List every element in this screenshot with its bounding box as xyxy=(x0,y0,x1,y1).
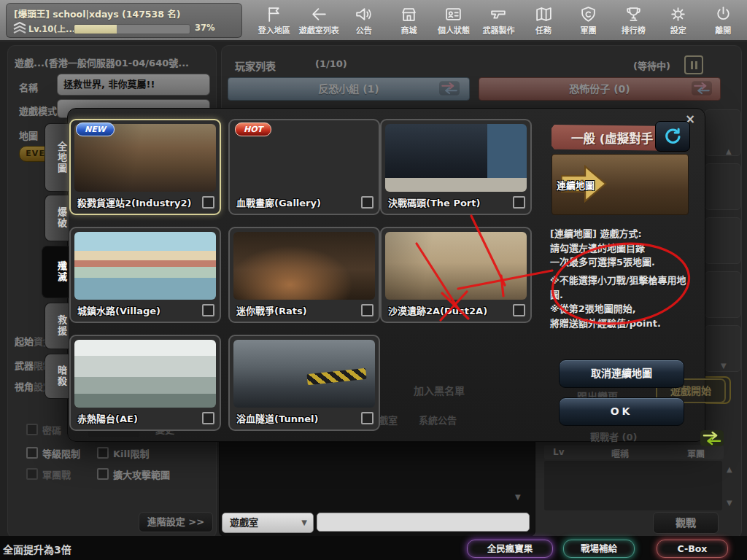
map-checkbox[interactable] xyxy=(513,304,525,316)
xp-progress-fill xyxy=(74,25,117,34)
map-thumbnail xyxy=(74,232,216,300)
refresh-icon xyxy=(663,127,682,146)
trophy-icon xyxy=(624,5,643,23)
rules-text-2: ※不能選擇小刀戰/狙擊槍專用地圖. ※從第2張地圖開始, 將贈送額外經驗值/po… xyxy=(550,273,692,330)
back-arrow-icon xyxy=(310,5,328,23)
nav-settings[interactable]: 設定 xyxy=(656,1,701,39)
clan-shield-icon xyxy=(579,5,597,23)
top-nav: 登入地區 遊戲室列表 公告 商城 個人狀態 武器製作 xyxy=(252,1,746,39)
map-name: 決戰碼頭(The Port) xyxy=(388,195,480,209)
map-name: 血戰畫廊(Gallery) xyxy=(236,195,321,209)
nav-shop[interactable]: 商城 xyxy=(387,1,432,39)
blacklist-button-ghost: 加入黑名單 xyxy=(414,383,465,397)
chevron-down-icon: ▼ xyxy=(301,513,307,532)
map-thumbnail xyxy=(233,232,375,300)
map-card-dust2a[interactable]: 沙漠遺跡2A(Dust2A) xyxy=(380,227,532,323)
map-checkbox[interactable] xyxy=(202,304,214,316)
chat-tab-system-ghost: 系統公告 xyxy=(419,413,457,427)
hot-badge: HOT xyxy=(235,122,271,136)
map-thumbnail xyxy=(233,340,375,408)
announcement-ticker: 全面提升為3倍 xyxy=(3,542,71,556)
continuous-map-panel: 連續地圖 xyxy=(551,154,689,215)
tab-rescue[interactable]: 救援 xyxy=(44,303,69,349)
nav-profile[interactable]: 個人狀態 xyxy=(431,1,476,39)
map-card-tunnel[interactable]: 浴血隧道(Tunnel) xyxy=(228,335,380,431)
map-card-gallery[interactable]: HOT 血戰畫廊(Gallery) xyxy=(228,119,380,215)
player-title: [爆頭王] school|xdays (147538 名) xyxy=(14,7,181,20)
rules-text-1: [連續地圖] 遊戲方式: 請勾選左邊的地圖目錄 一次最多可選擇5張地圖. xyxy=(550,227,692,270)
map-checkbox[interactable] xyxy=(202,196,214,209)
map-card-the-port[interactable]: 決戰碼頭(The Port) xyxy=(380,119,532,215)
battlefield-supply-button[interactable]: 戰場補給 xyxy=(563,540,635,558)
chat-input-wrap xyxy=(317,513,530,532)
spectator-swap-icon[interactable] xyxy=(700,429,724,447)
ok-button[interactable]: OK xyxy=(559,397,684,426)
map-checkbox[interactable] xyxy=(513,196,525,209)
nav-announcements[interactable]: 公告 xyxy=(341,1,387,39)
refresh-button[interactable] xyxy=(655,121,690,152)
map-checkbox[interactable] xyxy=(202,412,214,424)
map-name: 赤熱陽台(AE) xyxy=(77,411,138,425)
gear-icon xyxy=(669,5,687,23)
map-thumbnail xyxy=(385,232,527,300)
cancel-continuous-button[interactable]: 取消連續地圖 xyxy=(559,359,684,388)
map-card-village[interactable]: 城鎮水路(Village) xyxy=(69,227,221,323)
map-name: 沙漠遺跡2A(Dust2A) xyxy=(388,303,487,317)
chat-input[interactable] xyxy=(317,513,530,532)
map-checkbox[interactable] xyxy=(361,304,374,316)
map-select-modal: 變更 加入黑名單 軍團 遊戲室 系統公告 踢出變更 遊戲開始 觀戰者 (0) 全… xyxy=(67,108,705,442)
nav-weapon-craft[interactable]: 武器製作 xyxy=(476,1,522,39)
shop-icon xyxy=(400,5,418,23)
player-info-box: [爆頭王] school|xdays (147538 名) Lv.10(上...… xyxy=(6,3,242,38)
mode-banner-title: 一般 (虛擬對手 xyxy=(571,129,653,147)
map-name: 浴血隧道(Tunnel) xyxy=(236,411,318,425)
map-name: 城鎮水路(Village) xyxy=(77,303,160,317)
xp-progress-bar xyxy=(74,24,190,34)
fruit-event-button[interactable]: 全民瘋寶果 xyxy=(467,540,553,558)
nav-rankings[interactable]: 排行榜 xyxy=(611,1,656,39)
power-icon xyxy=(714,5,732,23)
region-flag-icon xyxy=(265,5,283,23)
player-level: Lv.10(上... xyxy=(28,23,75,34)
rank-chevron-icon xyxy=(12,22,27,34)
map-name: 殺戮貨運站2(Industry2) xyxy=(77,195,191,209)
top-bar: [爆頭王] school|xdays (147538 名) Lv.10(上...… xyxy=(0,0,747,42)
map-checkbox[interactable] xyxy=(361,412,374,424)
tab-demolition[interactable]: 爆破 xyxy=(44,195,69,241)
map-name: 迷你戰爭(Rats) xyxy=(236,303,307,317)
new-badge: NEW xyxy=(76,122,115,136)
map-card-rats[interactable]: 迷你戰爭(Rats) xyxy=(228,227,380,323)
continuous-map-label: 連續地圖 xyxy=(557,178,595,192)
tab-annihilation[interactable]: 殲滅 xyxy=(42,246,69,298)
map-card-ae[interactable]: 赤熱陽台(AE) xyxy=(69,335,221,431)
weapon-icon xyxy=(489,5,508,23)
tab-all-maps[interactable]: 全地圖 xyxy=(44,123,69,192)
nav-clan[interactable]: 軍團 xyxy=(566,1,611,39)
nav-room-list[interactable]: 遊戲室列表 xyxy=(297,1,342,39)
map-thumbnail xyxy=(74,340,216,408)
nav-login-region[interactable]: 登入地區 xyxy=(252,1,297,39)
bottom-bar: 全面提升為3倍 全民瘋寶果 戰場補給 C-Box xyxy=(0,536,747,560)
mission-map-icon xyxy=(535,5,553,23)
spectators-label-ghost: 觀戰者 (0) xyxy=(590,429,637,443)
cbox-button[interactable]: C-Box xyxy=(657,540,728,558)
game-lobby-screen: [爆頭王] school|xdays (147538 名) Lv.10(上...… xyxy=(0,0,747,560)
id-card-icon xyxy=(444,5,462,23)
nav-missions[interactable]: 任務 xyxy=(521,1,566,39)
nav-exit[interactable]: 離開 xyxy=(700,1,746,39)
map-thumbnail xyxy=(385,124,527,192)
map-checkbox[interactable] xyxy=(361,196,374,209)
map-card-industry2[interactable]: NEW 殺戮貨運站2(Industry2) xyxy=(69,119,221,215)
speaker-icon xyxy=(355,5,373,23)
tab-assassination[interactable]: 暗殺 xyxy=(44,354,69,399)
chat-target-dropdown[interactable]: 遊戲室 ▼ xyxy=(222,513,314,533)
xp-percent: 37% xyxy=(195,23,215,33)
